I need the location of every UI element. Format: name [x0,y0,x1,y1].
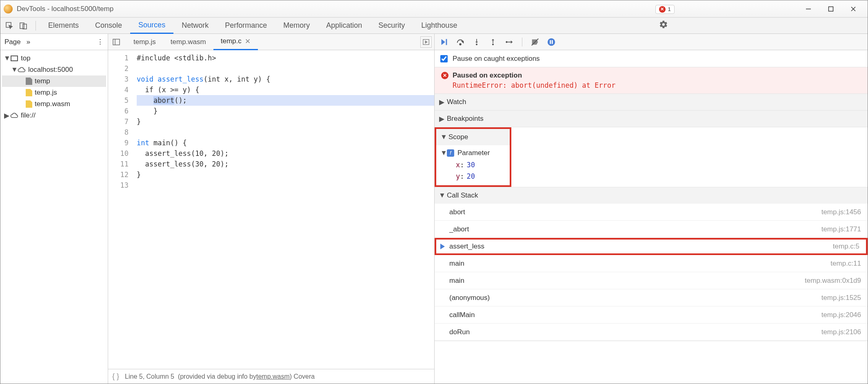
tree-file-temp[interactable]: temp [2,75,106,87]
svg-rect-5 [20,23,24,29]
navigator-menu-icon[interactable]: ⋮ [97,38,104,46]
file-tree: ▼ top ▼ localhost:5000 temp temp.js [0,50,108,124]
svg-marker-17 [475,42,478,43]
toolbar-separator [36,21,36,31]
exception-title: Paused on exception [453,71,522,80]
step-over-icon[interactable] [455,37,466,47]
device-toolbar-icon[interactable] [18,20,29,31]
pause-on-caught-row[interactable]: Pause on caught exceptions [435,50,868,67]
inspect-element-icon[interactable] [4,20,15,31]
toggle-debugger-icon[interactable] [420,36,432,48]
toggle-navigator-icon[interactable] [111,36,122,48]
callstack-section: ▼Call Stack aborttemp.js:1456 _aborttemp… [435,187,868,341]
svg-point-14 [460,43,461,45]
settings-gear-icon[interactable] [658,19,669,30]
tree-label: top [21,54,31,62]
svg-rect-7 [11,56,18,61]
tab-security[interactable]: Security [370,18,413,34]
deactivate-breakpoints-icon[interactable] [530,37,540,47]
tab-memory[interactable]: Memory [275,18,318,34]
debugger-scroll[interactable]: ✕ Paused on exception RuntimeError: abor… [435,67,868,384]
chevron-right-icon[interactable]: ▶ [439,98,444,107]
error-count-badge[interactable]: ✕ 1 [655,5,675,14]
pretty-print-icon[interactable]: { } [112,372,119,381]
stack-frame[interactable]: aborttemp.js:1456 [435,204,868,221]
navigator-panel: Page » ⋮ ▼ top ▼ localhost:5000 temp [0,34,108,384]
exception-message: RuntimeError: abort(undefined) at Error [453,81,861,89]
watch-section[interactable]: ▶Watch [435,94,868,111]
tab-application[interactable]: Application [318,18,370,34]
cursor-position: Line 5, Column 5 [125,373,174,380]
stack-frame[interactable]: callMaintemp.js:2046 [435,306,868,324]
file-icon [26,78,32,85]
svg-marker-11 [425,41,427,43]
chevron-right-icon[interactable]: ▶ [4,111,9,120]
close-tab-icon[interactable]: ✕ [245,37,251,46]
debugger-panel: Pause on caught exceptions ✕ Paused on e… [435,34,868,384]
svg-rect-8 [113,39,120,45]
scope-variable[interactable]: y:20 [436,171,510,182]
debugger-toolbar [435,34,868,50]
tab-console[interactable]: Console [87,18,130,34]
pause-on-caught-checkbox[interactable] [440,55,448,62]
svg-point-20 [506,41,508,43]
chevron-down-icon[interactable]: ▼ [440,133,446,141]
svg-marker-19 [492,39,495,40]
editor-tab-tempwasm[interactable]: temp.wasm [163,34,213,50]
stack-frame[interactable]: doRuntemp.js:2106 [435,324,868,341]
svg-rect-25 [552,40,553,44]
stack-frame[interactable]: (anonymous)temp.js:1525 [435,289,868,306]
chevron-right-icon[interactable]: ▶ [439,115,444,123]
resume-icon[interactable] [439,37,449,47]
stack-frame[interactable]: _aborttemp.js:1771 [435,221,868,238]
tree-label: file:// [21,111,36,120]
tree-host[interactable]: ▼ localhost:5000 [2,64,106,75]
chevron-down-icon[interactable]: ▼ [4,54,9,62]
tree-file-scheme[interactable]: ▶ file:// [2,110,106,121]
tab-sources[interactable]: Sources [130,18,173,34]
toolbar-separator [522,38,522,47]
editor-tab-tempc[interactable]: temp.c✕ [213,34,258,50]
navigator-view-label[interactable]: Page [4,38,21,46]
stack-frame-current[interactable]: assert_lesstemp.c:5 [435,238,868,255]
chevron-down-icon[interactable]: ▼ [439,191,444,200]
svg-rect-6 [23,24,27,29]
tab-lighthouse[interactable]: Lighthouse [413,18,465,34]
file-icon [26,100,32,108]
editor-tab-tempjs[interactable]: temp.js [126,34,163,50]
chevron-down-icon[interactable]: ▼ [440,149,446,157]
svg-point-18 [492,43,494,45]
editor-tab-bar: temp.js temp.wasm temp.c✕ [108,34,434,50]
tab-elements[interactable]: Elements [40,18,87,34]
file-icon [26,89,32,96]
window-title: DevTools - localhost:5000/temp [17,5,113,13]
stack-frame[interactable]: maintemp.c:11 [435,255,868,272]
chevron-down-icon[interactable]: ▼ [11,66,17,74]
step-out-icon[interactable] [488,37,498,47]
code-editor[interactable]: 12345678910111213 #include <stdlib.h> vo… [108,50,434,369]
paused-exception-banner: ✕ Paused on exception RuntimeError: abor… [435,67,868,94]
step-into-icon[interactable] [471,37,482,47]
debug-source-link[interactable]: temp.wasm [256,373,290,380]
tree-label: temp.js [35,89,57,97]
scope-group[interactable]: ▼ f Parameter [436,147,510,159]
tree-file-tempjs[interactable]: temp.js [2,87,106,98]
scope-variable[interactable]: x:30 [436,159,510,171]
svg-rect-13 [446,39,447,45]
pause-exceptions-icon[interactable] [546,37,557,47]
tree-file-tempwasm[interactable]: temp.wasm [2,98,106,110]
function-icon: f [447,149,454,157]
step-icon[interactable] [504,37,515,47]
pause-on-caught-label: Pause on caught exceptions [453,55,540,63]
svg-marker-21 [511,40,513,43]
tree-top-frame[interactable]: ▼ top [2,53,106,64]
tab-performance[interactable]: Performance [217,18,275,34]
code-body[interactable]: #include <stdlib.h> void assert_less(int… [133,50,434,369]
navigator-more-icon[interactable]: » [27,38,30,46]
tree-label: temp.wasm [35,100,70,108]
svg-marker-12 [442,39,445,45]
breakpoints-section[interactable]: ▶Breakpoints [435,111,868,127]
tab-network[interactable]: Network [173,18,217,34]
stack-frame[interactable]: maintemp.wasm:0x1d9 [435,272,868,289]
scope-section: ▼Scope ▼ f Parameter x:30 y:20 [435,127,868,187]
